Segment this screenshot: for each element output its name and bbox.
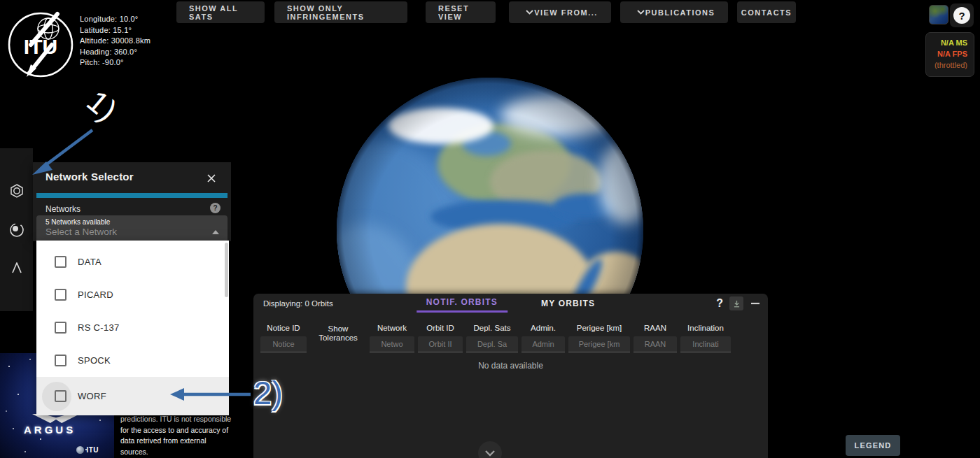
minimize-button[interactable] — [750, 296, 761, 310]
caret-up-icon — [212, 230, 219, 234]
filter-inclination[interactable] — [680, 336, 731, 352]
ms-stat: N/A MS — [932, 37, 967, 48]
disclaimer-line: sources. — [120, 447, 231, 458]
filter-raan[interactable] — [634, 336, 677, 352]
help-button[interactable]: ? — [950, 3, 974, 27]
compass-tool-button[interactable] — [0, 256, 33, 280]
option-label: PICARD — [78, 289, 113, 300]
itu-logo: ITU — [6, 10, 76, 80]
reset-view-button[interactable]: RESET VIEW — [426, 1, 496, 23]
tab-notif-orbits[interactable]: NOTIF. ORBITS — [416, 294, 507, 313]
legend-button[interactable]: LEGEND — [846, 435, 900, 456]
disclaimer-line: data retrived from external — [120, 436, 231, 447]
network-options-list: DATA PICARD RS C-137 SPOCK WORF — [36, 241, 229, 415]
filter-orbit-id[interactable] — [418, 336, 463, 352]
networks-help-icon[interactable]: ? — [210, 203, 220, 213]
telemetry-altitude: Altitude: 30008.8km — [80, 36, 150, 47]
networks-label: Networks — [46, 204, 80, 214]
publications-label: PUBLICATIONS — [645, 8, 715, 17]
disclaimer-line: for the access to and accuracy of — [120, 425, 231, 436]
column-header-perigee: Perigee [km] — [568, 313, 630, 336]
itu-mini-label: ITU — [86, 446, 99, 454]
annotation-step-1: 1) — [80, 83, 124, 127]
itu-mini-logo: ITU — [76, 446, 99, 454]
checkbox[interactable] — [55, 390, 66, 402]
question-mark-icon: ? — [953, 7, 970, 24]
column-header-admin: Admin. — [522, 313, 565, 336]
orbit-table-panel: Displaying: 0 Orbits NOTIF. ORBITS MY OR… — [253, 294, 768, 458]
settings-tool-button[interactable] — [0, 179, 33, 203]
checkbox[interactable] — [55, 322, 66, 334]
progress-bar — [36, 193, 227, 198]
show-all-sats-button[interactable]: SHOW ALL SATS — [176, 1, 265, 23]
download-icon — [732, 299, 741, 308]
empty-table-message: No data available — [253, 361, 768, 371]
telemetry-heading: Heading: 360.0° — [80, 47, 150, 58]
option-worf[interactable]: WORF — [36, 377, 229, 415]
filter-depl-sats[interactable] — [466, 336, 518, 352]
network-selector-panel: Network Selector Networks ? 5 Networks a… — [33, 162, 231, 241]
throttled-stat: (throttled) — [932, 59, 967, 71]
svg-text:ITU: ITU — [24, 35, 57, 58]
orbit-tabs: NOTIF. ORBITS MY ORBITS — [416, 294, 606, 313]
close-icon — [206, 173, 217, 184]
chevron-down-icon — [526, 10, 533, 15]
close-button[interactable] — [206, 173, 217, 184]
checkbox[interactable] — [55, 355, 66, 366]
telemetry-longitude: Longitude: 10.0° — [80, 14, 150, 25]
option-label: RS C-137 — [78, 322, 119, 333]
table-help-button[interactable]: ? — [716, 297, 723, 310]
orbit-tool-button[interactable] — [0, 218, 33, 242]
chevron-down-icon — [484, 450, 496, 457]
orbit-table-columns: Notice ID Show Tolerances Network Orbit … — [260, 313, 731, 355]
disclaimer-text: predictions. ITU is not responsible for … — [120, 414, 231, 457]
hexagon-settings-icon — [9, 183, 24, 199]
option-data[interactable]: DATA — [36, 245, 229, 278]
star-field — [0, 353, 1, 355]
select-placeholder: Select a Network — [46, 227, 117, 237]
filter-notice-id[interactable] — [260, 336, 307, 352]
option-label: SPOCK — [78, 355, 111, 366]
tab-my-orbits[interactable]: MY ORBITS — [531, 294, 605, 313]
telemetry-latitude: Latitude: 15.1° — [80, 25, 150, 36]
checkbox[interactable] — [55, 289, 66, 301]
argus-brand: ARGUS — [24, 424, 76, 436]
column-header-show-tolerances[interactable]: Show Tolerances — [310, 313, 366, 355]
orbit-icon — [8, 222, 25, 238]
filter-perigee[interactable] — [568, 336, 630, 352]
option-spock[interactable]: SPOCK — [36, 344, 229, 377]
scrollbar-thumb[interactable] — [225, 243, 228, 297]
chevron-down-icon — [637, 10, 645, 15]
column-header-depl-sats: Depl. Sats — [466, 313, 518, 336]
networks-available-text: 5 Networks available — [46, 218, 110, 226]
option-label: DATA — [78, 257, 102, 267]
argus-app: ITU Longitude: 10.0° Latitude: 15.1° Alt… — [0, 0, 980, 458]
network-select-dropdown[interactable]: 5 Networks available Select a Network — [36, 215, 227, 241]
column-header-network: Network — [370, 313, 414, 336]
orbit-panel-header: Displaying: 0 Orbits NOTIF. ORBITS MY OR… — [253, 294, 768, 313]
collapse-panel-button[interactable] — [478, 441, 502, 458]
column-header-raan: RAAN — [634, 313, 677, 336]
column-header-notice-id: Notice ID — [260, 313, 307, 336]
view-from-button[interactable]: VIEW FROM... — [509, 1, 611, 23]
show-only-infringements-button[interactable]: SHOW ONLY INFRINGEMENTS — [274, 1, 407, 23]
globe-icon — [76, 446, 84, 454]
contacts-button[interactable]: CONTACTS — [737, 1, 796, 23]
fps-stat: N/A FPS — [932, 48, 967, 59]
performance-stats: N/A MS N/A FPS (throttled) — [925, 32, 974, 77]
option-rs-c-137[interactable]: RS C-137 — [36, 311, 229, 344]
panel-title: Network Selector — [46, 171, 134, 183]
minimap-button[interactable] — [929, 5, 948, 24]
tool-sidebar — [0, 148, 33, 311]
filter-network[interactable] — [370, 336, 414, 352]
displaying-count: Displaying: 0 Orbits — [263, 299, 333, 308]
download-button[interactable] — [729, 296, 743, 310]
checkbox[interactable] — [55, 256, 66, 268]
disclaimer-line: predictions. ITU is not responsible — [120, 414, 231, 425]
publications-button[interactable]: PUBLICATIONS — [620, 1, 728, 23]
option-picard[interactable]: PICARD — [36, 278, 229, 311]
telemetry-readout: Longitude: 10.0° Latitude: 15.1° Altitud… — [80, 14, 150, 69]
option-label: WORF — [78, 391, 106, 401]
filter-admin[interactable] — [522, 336, 565, 352]
view-from-label: VIEW FROM... — [533, 8, 598, 17]
